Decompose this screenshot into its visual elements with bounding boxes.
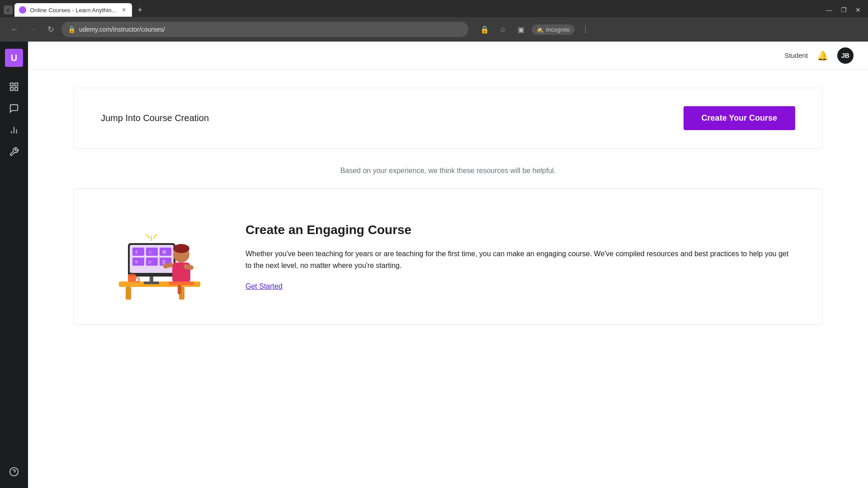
tools-icon[interactable]: [5, 143, 23, 161]
header-actions: Student 🔔 JB: [784, 47, 854, 64]
browser-toolbar: ← → ↻ 🔒 udemy.com/instructor/courses/ 🔒 …: [0, 17, 868, 42]
new-tab-button[interactable]: +: [134, 4, 146, 16]
svg-text:≡: ≡: [135, 259, 138, 264]
sidebar: U: [0, 42, 28, 488]
banner-text: Jump Into Course Creation: [101, 113, 209, 123]
udemy-logo[interactable]: U: [5, 49, 23, 67]
svg-point-32: [173, 244, 189, 253]
svg-rect-1: [15, 83, 18, 86]
back-button[interactable]: ←: [7, 22, 22, 37]
svg-rect-10: [126, 287, 131, 300]
student-link[interactable]: Student: [784, 52, 808, 59]
sidebar-toggle-icon[interactable]: ▣: [514, 22, 528, 37]
main-content-area: Student 🔔 JB Jump Into Course Creation C…: [28, 42, 868, 488]
bookmark-icon[interactable]: ☆: [495, 22, 510, 37]
help-icon[interactable]: [5, 463, 23, 481]
resource-card-description: Whether you've been teaching for years o…: [245, 248, 795, 271]
svg-rect-2: [10, 88, 13, 90]
incognito-label: Incognito: [546, 26, 570, 33]
app-header: Student 🔔 JB: [28, 42, 868, 70]
forward-button[interactable]: →: [25, 22, 40, 37]
resource-text: Create an Engaging Course Whether you've…: [245, 223, 795, 290]
browser-chrome: ‹ Online Courses - Learn Anythin... ✕ + …: [0, 0, 868, 42]
resources-subtitle: Based on your experience, we think these…: [28, 167, 868, 175]
svg-rect-16: [132, 248, 144, 256]
avatar[interactable]: JB: [837, 47, 854, 64]
svg-rect-17: [146, 248, 158, 256]
tab-favicon: [19, 6, 26, 14]
incognito-icon: 🕵: [536, 26, 543, 33]
svg-rect-3: [15, 88, 18, 90]
incognito-badge: 🕵 Incognito: [532, 24, 575, 35]
reload-button[interactable]: ↻: [43, 22, 58, 37]
get-started-link[interactable]: Get Started: [245, 282, 283, 290]
course-creation-banner: Jump Into Course Creation Create Your Co…: [73, 88, 823, 149]
svg-rect-13: [144, 282, 159, 284]
lock-icon: 🔒: [68, 26, 75, 33]
extension-icon[interactable]: 🔒: [477, 22, 492, 37]
svg-text:±: ±: [135, 249, 138, 254]
svg-text:⊞: ⊞: [162, 249, 166, 254]
active-tab[interactable]: Online Courses - Learn Anythin... ✕: [14, 3, 132, 17]
tab-title: Online Courses - Learn Anythin...: [30, 7, 117, 14]
svg-line-30: [146, 234, 149, 239]
minimize-button[interactable]: —: [823, 4, 835, 16]
address-text: udemy.com/instructor/courses/: [79, 26, 165, 33]
svg-rect-19: [132, 258, 144, 266]
bell-icon[interactable]: 🔔: [817, 50, 828, 61]
svg-rect-39: [129, 274, 135, 276]
browser-tabs: ‹ Online Courses - Learn Anythin... ✕ + …: [0, 0, 868, 17]
close-button[interactable]: ✕: [852, 4, 864, 16]
menu-button[interactable]: ⋮: [578, 22, 593, 37]
resource-card: ± □ ⊞ ≡ ▷ {}: [73, 188, 823, 325]
svg-rect-36: [169, 282, 194, 285]
address-bar[interactable]: 🔒 udemy.com/instructor/courses/: [61, 22, 468, 37]
resource-card-title: Create an Engaging Course: [245, 223, 795, 237]
courses-icon[interactable]: [5, 78, 23, 96]
svg-line-29: [153, 234, 156, 239]
tab-close-button[interactable]: ✕: [120, 6, 127, 14]
analytics-icon[interactable]: [5, 121, 23, 139]
create-course-button[interactable]: Create Your Course: [684, 106, 795, 130]
messages-icon[interactable]: [5, 99, 23, 117]
browser-actions: 🔒 ☆ ▣ 🕵 Incognito ⋮: [477, 22, 593, 37]
svg-rect-38: [128, 275, 136, 282]
svg-rect-37: [178, 285, 181, 294]
tab-back-arrow[interactable]: ‹: [4, 5, 13, 14]
svg-rect-0: [10, 83, 13, 86]
svg-text:□: □: [149, 249, 151, 254]
svg-text:{}: {}: [162, 259, 165, 264]
restore-button[interactable]: ❐: [837, 4, 850, 16]
svg-text:▷: ▷: [149, 259, 152, 264]
app-layout: U Student 🔔 JB: [0, 42, 868, 488]
course-illustration: ± □ ⊞ ≡ ▷ {}: [101, 211, 209, 302]
content-wrapper: Jump Into Course Creation Create Your Co…: [28, 70, 868, 488]
